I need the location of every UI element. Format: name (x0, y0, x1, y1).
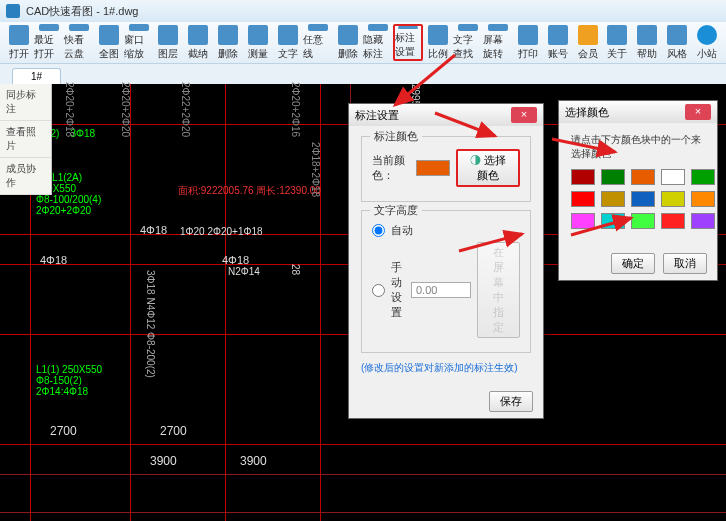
tool-屏幕旋转[interactable]: 屏幕旋转 (483, 24, 513, 61)
close-icon[interactable]: × (511, 107, 537, 123)
tool-icon (39, 24, 59, 31)
tool-label: 任意线 (303, 33, 333, 61)
color-swatch[interactable] (661, 191, 685, 207)
tool-icon (188, 25, 208, 45)
specify-in-screen-button[interactable]: 在屏幕中指定 (477, 242, 520, 338)
tool-label: 打印 (518, 47, 538, 61)
side-item[interactable]: 成员协作 (0, 158, 51, 195)
color-swatch[interactable] (601, 169, 625, 185)
color-swatch[interactable] (661, 213, 685, 229)
color-swatch[interactable] (691, 169, 715, 185)
radio-manual[interactable] (372, 284, 385, 297)
color-swatch[interactable] (601, 213, 625, 229)
tool-icon (9, 25, 29, 45)
tool-label: 关于 (607, 47, 627, 61)
color-swatch[interactable] (571, 191, 595, 207)
tool-图层[interactable]: 图层 (153, 24, 183, 61)
tool-label: 会员 (578, 47, 598, 61)
pick-color-button[interactable]: ◑ 选择颜色 (456, 149, 520, 187)
toolbar: 打开最近打开快看云盘全图窗口缩放图层截纳删除测量文字任意线删除隐藏标注标注设置比… (0, 22, 726, 64)
tab-document[interactable]: 1# (12, 68, 61, 84)
close-icon[interactable]: × (685, 104, 711, 120)
color-swatch[interactable] (631, 169, 655, 185)
color-swatch[interactable] (631, 213, 655, 229)
area-text: 面积:9222005.76 周长:12390.00 (178, 184, 321, 198)
tool-窗口缩放[interactable]: 窗口缩放 (124, 24, 154, 61)
dim-2700b: 2700 (160, 424, 187, 438)
ok-button[interactable]: 确定 (611, 253, 655, 274)
side-item[interactable]: 查看照片 (0, 121, 51, 158)
tool-比例[interactable]: 比例 (423, 24, 453, 61)
tool-删除[interactable]: 删除 (213, 24, 243, 61)
bar-n2f14: N2Φ14 (228, 266, 260, 277)
color-swatch[interactable] (601, 191, 625, 207)
group-color: 标注颜色 当前颜色： ◑ 选择颜色 (361, 136, 531, 202)
note-text: (修改后的设置对新添加的标注生效) (361, 361, 531, 375)
color-swatch[interactable] (571, 169, 595, 185)
bar-4f18a: 4Φ18 (40, 254, 67, 266)
tool-文字查找[interactable]: 文字查找 (453, 24, 483, 61)
tool-小站[interactable]: 小站 (692, 24, 722, 61)
tool-icon (158, 25, 178, 45)
dlg2-titlebar[interactable]: 选择颜色 × (559, 101, 717, 123)
tool-label: 窗口缩放 (124, 33, 154, 61)
tool-测量[interactable]: 测量 (243, 24, 273, 61)
vbar-2: 2Φ22+2Φ20 (180, 82, 191, 137)
tool-打印[interactable]: 打印 (513, 24, 543, 61)
color-swatch[interactable] (691, 191, 715, 207)
bar-4f18c: 4Φ18 (222, 254, 249, 266)
tool-icon (667, 25, 687, 45)
tool-会员[interactable]: 会员 (573, 24, 603, 61)
group-text-height: 文字高度 自动 手动设置 在屏幕中指定 (361, 210, 531, 353)
current-color-swatch (416, 160, 451, 176)
manual-value-input[interactable] (411, 282, 471, 298)
save-button[interactable]: 保存 (489, 391, 533, 412)
tool-label: 删除 (338, 47, 358, 61)
color-swatch[interactable] (691, 213, 715, 229)
tool-截纳[interactable]: 截纳 (183, 24, 213, 61)
tool-文字[interactable]: 文字 (273, 24, 303, 61)
tool-icon (488, 24, 508, 31)
tool-icon (578, 25, 598, 45)
tool-icon (428, 25, 448, 45)
tool-风格[interactable]: 风格 (662, 24, 692, 61)
color-swatch[interactable] (661, 169, 685, 185)
tool-label: 标注设置 (395, 31, 422, 59)
tool-任意线[interactable]: 任意线 (303, 24, 333, 61)
radio-auto[interactable] (372, 224, 385, 237)
tool-label: 小站 (697, 47, 717, 61)
tool-帮助[interactable]: 帮助 (632, 24, 662, 61)
tool-账号[interactable]: 账号 (543, 24, 573, 61)
tool-快看云盘[interactable]: 快看云盘 (64, 24, 94, 61)
cancel-button[interactable]: 取消 (663, 253, 707, 274)
side-item[interactable]: 同步标注 (0, 84, 51, 121)
tool-label: 图层 (158, 47, 178, 61)
tool-icon (548, 25, 568, 45)
tool-关于[interactable]: 关于 (602, 24, 632, 61)
color-palette (571, 169, 705, 229)
dim-2700a: 2700 (50, 424, 77, 438)
dim-3900b: 3900 (240, 454, 267, 468)
dlg1-title: 标注设置 (355, 108, 399, 123)
tool-icon (518, 25, 538, 45)
bar-combo: 1Φ20 2Φ20+1Φ18 (180, 226, 263, 237)
tool-icon (278, 25, 298, 45)
beam-l1: L1(1) 250X550 Φ8-150(2) 2Φ14:4Φ18 (36, 364, 102, 397)
tool-label: 帮助 (637, 47, 657, 61)
tool-删除[interactable]: 删除 (333, 24, 363, 61)
tool-打开[interactable]: 打开 (4, 24, 34, 61)
tool-全图[interactable]: 全图 (94, 24, 124, 61)
tool-label: 测量 (248, 47, 268, 61)
tool-icon (398, 26, 418, 29)
tool-label: 风格 (667, 47, 687, 61)
vbar-3: 2Φ20+2Φ16 (290, 82, 301, 137)
color-swatch[interactable] (571, 213, 595, 229)
tool-icon (637, 25, 657, 45)
tool-隐藏标注[interactable]: 隐藏标注 (363, 24, 393, 61)
tool-标注设置[interactable]: 标注设置 (393, 24, 424, 61)
color-swatch[interactable] (631, 191, 655, 207)
tool-最近打开[interactable]: 最近打开 (34, 24, 64, 61)
dlg1-titlebar[interactable]: 标注设置 × (349, 104, 543, 126)
label-auto: 自动 (391, 223, 413, 238)
label-current-color: 当前颜色： (372, 153, 410, 183)
